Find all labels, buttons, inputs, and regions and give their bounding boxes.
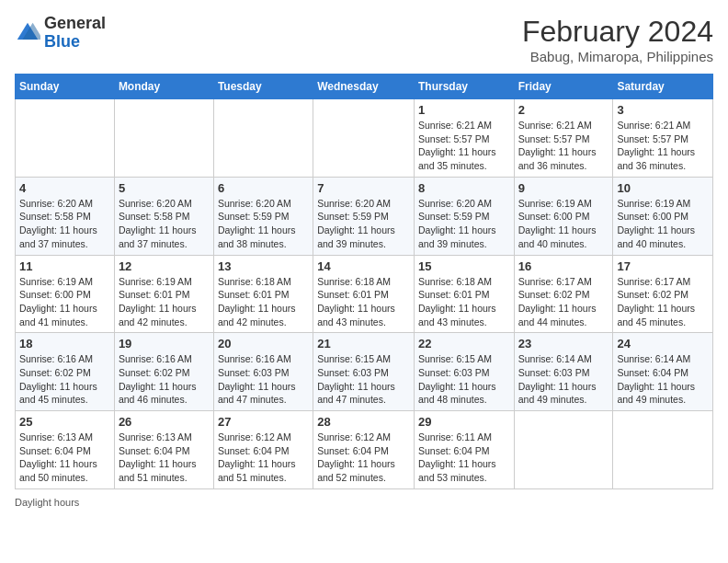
calendar-cell <box>613 411 713 489</box>
column-header-tuesday: Tuesday <box>213 75 313 99</box>
day-info: Sunrise: 6:12 AM Sunset: 6:04 PM Dayligh… <box>218 431 309 485</box>
calendar-cell: 1Sunrise: 6:21 AM Sunset: 5:57 PM Daylig… <box>414 99 514 178</box>
day-info: Sunrise: 6:18 AM Sunset: 6:01 PM Dayligh… <box>418 275 510 329</box>
calendar-title: February 2024 <box>522 15 713 49</box>
day-number: 1 <box>418 103 510 117</box>
calendar-week-4: 25Sunrise: 6:13 AM Sunset: 6:04 PM Dayli… <box>16 411 713 489</box>
logo-icon <box>15 20 40 46</box>
day-number: 14 <box>317 259 410 273</box>
day-info: Sunrise: 6:20 AM Sunset: 5:59 PM Dayligh… <box>317 197 410 251</box>
calendar-footer: Daylight hours <box>15 497 713 508</box>
day-number: 17 <box>617 259 709 273</box>
calendar-cell: 8Sunrise: 6:20 AM Sunset: 5:59 PM Daylig… <box>414 177 514 255</box>
column-header-wednesday: Wednesday <box>313 75 415 99</box>
day-number: 29 <box>418 415 510 429</box>
day-number: 23 <box>518 337 609 350</box>
calendar-cell: 19Sunrise: 6:16 AM Sunset: 6:02 PM Dayli… <box>114 333 213 411</box>
page-header: General Blue February 2024 Babug, Mimaro… <box>15 15 713 64</box>
day-number: 28 <box>317 415 410 429</box>
logo-blue-text: Blue <box>44 32 80 51</box>
calendar-cell: 29Sunrise: 6:11 AM Sunset: 6:04 PM Dayli… <box>414 411 514 489</box>
day-number: 21 <box>317 337 410 350</box>
calendar-cell: 16Sunrise: 6:17 AM Sunset: 6:02 PM Dayli… <box>514 255 613 333</box>
day-number: 7 <box>317 181 410 195</box>
day-number: 20 <box>218 337 309 350</box>
calendar-cell: 5Sunrise: 6:20 AM Sunset: 5:58 PM Daylig… <box>114 177 213 255</box>
logo-text: General Blue <box>44 15 106 52</box>
calendar-cell: 24Sunrise: 6:14 AM Sunset: 6:04 PM Dayli… <box>613 333 713 411</box>
calendar-header-row: SundayMondayTuesdayWednesdayThursdayFrid… <box>16 75 713 99</box>
calendar-cell: 2Sunrise: 6:21 AM Sunset: 5:57 PM Daylig… <box>514 99 613 178</box>
day-info: Sunrise: 6:19 AM Sunset: 6:00 PM Dayligh… <box>617 197 709 251</box>
day-number: 5 <box>119 181 210 195</box>
day-info: Sunrise: 6:12 AM Sunset: 6:04 PM Dayligh… <box>317 431 410 485</box>
day-number: 26 <box>119 415 210 429</box>
day-number: 22 <box>418 337 510 350</box>
calendar-week-1: 4Sunrise: 6:20 AM Sunset: 5:58 PM Daylig… <box>16 177 713 255</box>
day-number: 6 <box>218 181 309 195</box>
daylight-hours-label: Daylight hours <box>15 497 79 508</box>
calendar-cell: 17Sunrise: 6:17 AM Sunset: 6:02 PM Dayli… <box>613 255 713 333</box>
logo-general-text: General <box>44 14 106 32</box>
day-info: Sunrise: 6:20 AM Sunset: 5:59 PM Dayligh… <box>418 197 510 251</box>
column-header-friday: Friday <box>514 75 613 99</box>
calendar-cell <box>213 99 313 178</box>
day-number: 19 <box>119 337 210 350</box>
calendar-subtitle: Babug, Mimaropa, Philippines <box>522 49 713 64</box>
day-info: Sunrise: 6:17 AM Sunset: 6:02 PM Dayligh… <box>617 275 709 329</box>
column-header-thursday: Thursday <box>414 75 514 99</box>
calendar-cell: 14Sunrise: 6:18 AM Sunset: 6:01 PM Dayli… <box>313 255 415 333</box>
calendar-cell: 26Sunrise: 6:13 AM Sunset: 6:04 PM Dayli… <box>114 411 213 489</box>
day-info: Sunrise: 6:15 AM Sunset: 6:03 PM Dayligh… <box>317 352 410 407</box>
calendar-cell <box>514 411 613 489</box>
day-info: Sunrise: 6:13 AM Sunset: 6:04 PM Dayligh… <box>119 431 210 485</box>
day-info: Sunrise: 6:11 AM Sunset: 6:04 PM Dayligh… <box>418 431 510 485</box>
calendar-cell: 4Sunrise: 6:20 AM Sunset: 5:58 PM Daylig… <box>16 177 115 255</box>
logo: General Blue <box>15 15 106 52</box>
calendar-cell: 22Sunrise: 6:15 AM Sunset: 6:03 PM Dayli… <box>414 333 514 411</box>
calendar-cell: 20Sunrise: 6:16 AM Sunset: 6:03 PM Dayli… <box>213 333 313 411</box>
calendar-cell: 10Sunrise: 6:19 AM Sunset: 6:00 PM Dayli… <box>613 177 713 255</box>
calendar-cell: 28Sunrise: 6:12 AM Sunset: 6:04 PM Dayli… <box>313 411 415 489</box>
day-number: 15 <box>418 259 510 273</box>
calendar-cell: 13Sunrise: 6:18 AM Sunset: 6:01 PM Dayli… <box>213 255 313 333</box>
day-number: 13 <box>218 259 309 273</box>
day-number: 9 <box>518 181 609 195</box>
calendar-cell: 11Sunrise: 6:19 AM Sunset: 6:00 PM Dayli… <box>16 255 115 333</box>
day-info: Sunrise: 6:21 AM Sunset: 5:57 PM Dayligh… <box>418 119 510 173</box>
day-info: Sunrise: 6:15 AM Sunset: 6:03 PM Dayligh… <box>418 352 510 407</box>
calendar-cell: 9Sunrise: 6:19 AM Sunset: 6:00 PM Daylig… <box>514 177 613 255</box>
calendar-cell: 15Sunrise: 6:18 AM Sunset: 6:01 PM Dayli… <box>414 255 514 333</box>
day-number: 24 <box>617 337 709 350</box>
calendar-cell <box>313 99 415 178</box>
day-info: Sunrise: 6:17 AM Sunset: 6:02 PM Dayligh… <box>518 275 609 329</box>
day-info: Sunrise: 6:20 AM Sunset: 5:59 PM Dayligh… <box>218 197 309 251</box>
day-info: Sunrise: 6:18 AM Sunset: 6:01 PM Dayligh… <box>317 275 410 329</box>
column-header-sunday: Sunday <box>16 75 115 99</box>
calendar-week-3: 18Sunrise: 6:16 AM Sunset: 6:02 PM Dayli… <box>16 333 713 411</box>
day-number: 10 <box>617 181 709 195</box>
calendar-cell <box>16 99 115 178</box>
calendar-cell: 7Sunrise: 6:20 AM Sunset: 5:59 PM Daylig… <box>313 177 415 255</box>
calendar-cell: 23Sunrise: 6:14 AM Sunset: 6:03 PM Dayli… <box>514 333 613 411</box>
calendar-cell: 6Sunrise: 6:20 AM Sunset: 5:59 PM Daylig… <box>213 177 313 255</box>
day-number: 2 <box>518 103 609 117</box>
day-info: Sunrise: 6:16 AM Sunset: 6:02 PM Dayligh… <box>119 352 210 407</box>
day-number: 25 <box>19 415 110 429</box>
day-info: Sunrise: 6:19 AM Sunset: 6:00 PM Dayligh… <box>518 197 609 251</box>
day-number: 4 <box>19 181 110 195</box>
day-info: Sunrise: 6:16 AM Sunset: 6:03 PM Dayligh… <box>218 352 309 407</box>
calendar-cell: 27Sunrise: 6:12 AM Sunset: 6:04 PM Dayli… <box>213 411 313 489</box>
day-info: Sunrise: 6:21 AM Sunset: 5:57 PM Dayligh… <box>617 119 709 173</box>
calendar-week-0: 1Sunrise: 6:21 AM Sunset: 5:57 PM Daylig… <box>16 99 713 178</box>
day-info: Sunrise: 6:14 AM Sunset: 6:03 PM Dayligh… <box>518 352 609 407</box>
calendar-week-2: 11Sunrise: 6:19 AM Sunset: 6:00 PM Dayli… <box>16 255 713 333</box>
day-number: 3 <box>617 103 709 117</box>
day-info: Sunrise: 6:13 AM Sunset: 6:04 PM Dayligh… <box>19 431 110 485</box>
day-number: 12 <box>119 259 210 273</box>
day-info: Sunrise: 6:19 AM Sunset: 6:00 PM Dayligh… <box>19 275 110 329</box>
day-info: Sunrise: 6:18 AM Sunset: 6:01 PM Dayligh… <box>218 275 309 329</box>
calendar-table: SundayMondayTuesdayWednesdayThursdayFrid… <box>15 74 713 489</box>
day-info: Sunrise: 6:20 AM Sunset: 5:58 PM Dayligh… <box>119 197 210 251</box>
day-info: Sunrise: 6:19 AM Sunset: 6:01 PM Dayligh… <box>119 275 210 329</box>
